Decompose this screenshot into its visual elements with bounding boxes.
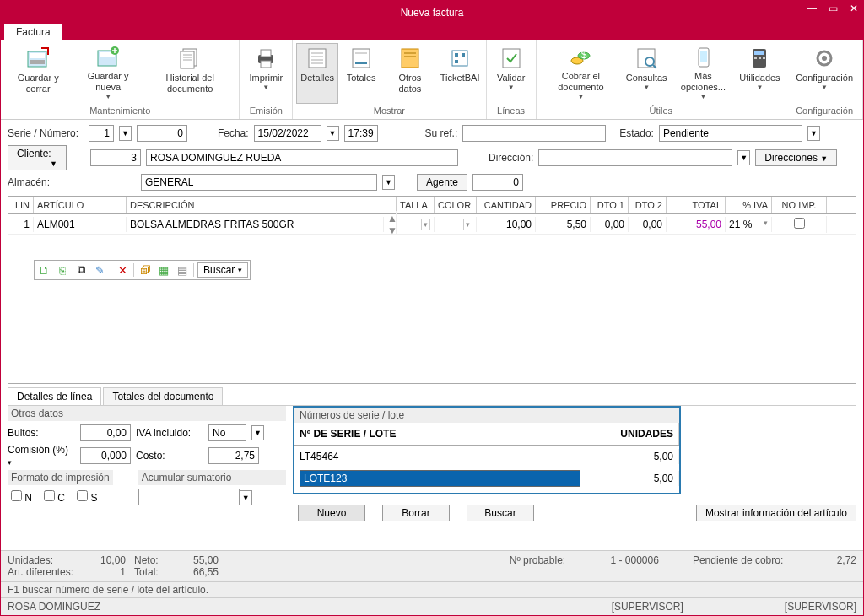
direcciones-button[interactable]: Direcciones ▼ [755,149,837,166]
chevron-down-icon: ▼ [821,84,828,92]
comision-input[interactable] [80,447,131,464]
validar-button[interactable]: Validar ▼ [490,43,532,104]
fecha-label: Fecha: [218,127,249,139]
svg-rect-1 [30,53,45,58]
tab-factura[interactable]: Factura [4,24,62,40]
costo-input[interactable] [208,447,259,464]
tab-detalles-linea[interactable]: Detalles de línea [8,387,101,405]
serie-lote-panel: Números de serie / lote Nº DE SERIE / LO… [293,406,681,494]
col-total: TOTAL [667,197,726,213]
image-icon[interactable]: ▦ [156,262,171,278]
serie-row[interactable]: LT45464 5,00 [294,446,679,467]
serie-label: Serie / Número: [8,127,84,139]
historial-button[interactable]: Historial del documento [144,43,236,104]
svg-rect-2 [30,60,45,62]
col-precio: PRECIO [536,197,591,213]
cobrar-button[interactable]: $ Cobrar el documento ▼ [540,43,623,104]
col-iva: % IVA [726,197,772,213]
acumular-dd[interactable]: ▼ [240,490,252,505]
minimize-button[interactable]: — [807,3,817,14]
totales-button[interactable]: Totales [340,43,382,104]
guardar-cerrar-button[interactable]: Guardar y cerrar [4,43,72,104]
mostrar-info-button[interactable]: Mostrar información del artículo [696,505,856,521]
configuracion-button[interactable]: Configuración ▼ [790,43,859,104]
agente-button[interactable]: Agente [417,174,467,191]
table-row[interactable]: 1 ALM001 BOLSA ALMEDRAS FRITAS 500GR ▲▼ … [8,214,856,235]
svg-rect-14 [261,61,271,68]
buscar-button[interactable]: Buscar ▾ [197,262,248,278]
delete-icon[interactable]: ✕ [115,262,130,278]
svg-rect-38 [700,51,707,62]
iva-dd[interactable]: ▼ [251,425,264,440]
col-unidades: UNIDADES [586,423,679,445]
chart-icon[interactable]: ▤ [175,262,190,278]
svg-text:$: $ [581,49,587,61]
consultas-button[interactable]: Consultas ▼ [624,43,669,104]
spin-up[interactable]: ▲ [387,213,392,224]
iva-dd[interactable]: ▾ [764,219,768,227]
svg-rect-43 [763,57,765,59]
direccion-input[interactable] [538,149,732,166]
calculator-icon [747,46,772,71]
cliente-button[interactable]: Cliente: ▼ [8,145,67,170]
cliente-nom-input[interactable] [146,149,458,166]
cliente-num-input[interactable] [90,149,141,166]
copy-icon[interactable]: ⧉ [73,262,89,278]
iva-incluido-input[interactable] [208,424,246,441]
ticketbai-button[interactable]: TicketBAI [438,43,483,104]
borrar-button[interactable]: Borrar [382,505,450,521]
bultos-input[interactable] [80,424,131,441]
almacen-dd[interactable]: ▼ [382,175,395,190]
serie-row-editing[interactable]: 5,00 [294,467,679,489]
costo-label: Costo: [136,450,203,462]
lote-input[interactable] [300,470,580,487]
estado-input[interactable] [659,125,802,142]
serie-dd[interactable]: ▼ [119,126,132,141]
fecha-input[interactable] [254,125,321,142]
maximize-button[interactable]: ▭ [829,3,838,14]
utilidades-button[interactable]: Utilidades ▼ [737,43,782,104]
suref-label: Su ref.: [425,127,458,139]
comision-label: Comisión (%) ▾ [8,444,75,467]
serie-input[interactable] [89,125,114,142]
detalles-button[interactable]: Detalles [296,43,338,104]
menu-tab-bar: Factura [1,24,863,40]
insert-icon[interactable]: ⎘ [55,262,70,278]
formato-s-checkbox[interactable] [77,490,88,501]
bultos-label: Bultos: [8,427,75,439]
talla-dd[interactable]: ▾ [421,219,430,230]
direccion-dd[interactable]: ▼ [737,150,750,165]
fecha-dd[interactable]: ▼ [327,126,339,141]
col-talla: TALLA [397,197,435,213]
note-icon[interactable]: 🗊 [138,262,153,278]
save-new-icon [95,46,121,69]
guardar-nueva-button[interactable]: Guardar y nueva ▼ [73,43,142,104]
edit-icon[interactable]: ✎ [92,262,107,278]
almacen-input[interactable] [141,174,377,191]
noimp-checkbox[interactable] [794,218,805,229]
estado-dd[interactable]: ▼ [807,126,820,141]
close-button[interactable]: ✕ [850,3,858,14]
acumular-input[interactable] [138,489,240,505]
formato-n-checkbox[interactable] [11,490,22,501]
otros-datos-button[interactable]: Otros datos [384,43,435,104]
suref-input[interactable] [462,125,606,142]
buscar-serie-button[interactable]: Buscar [467,505,534,521]
new-line-icon[interactable]: 🗋 [36,262,51,278]
totals-icon [348,46,374,71]
hora-input[interactable] [344,125,378,142]
estado-label: Estado: [619,127,654,139]
imprimir-button[interactable]: Imprimir ▼ [243,43,289,104]
svg-rect-3 [30,62,45,64]
numero-input[interactable] [137,125,187,142]
lines-grid: LIN ARTÍCULO DESCRIPCIÓN TALLA COLOR CAN… [8,196,856,384]
color-dd[interactable]: ▾ [463,219,472,230]
svg-rect-20 [353,49,370,68]
svg-rect-27 [455,53,458,57]
nuevo-button[interactable]: Nuevo [298,505,365,521]
serie-title: Números de serie / lote [294,408,679,423]
mas-opciones-button[interactable]: Más opciones... ▼ [671,43,736,104]
formato-c-checkbox[interactable] [44,490,55,501]
agente-input[interactable] [472,174,523,191]
tab-totales-doc[interactable]: Totales del documento [103,387,223,405]
